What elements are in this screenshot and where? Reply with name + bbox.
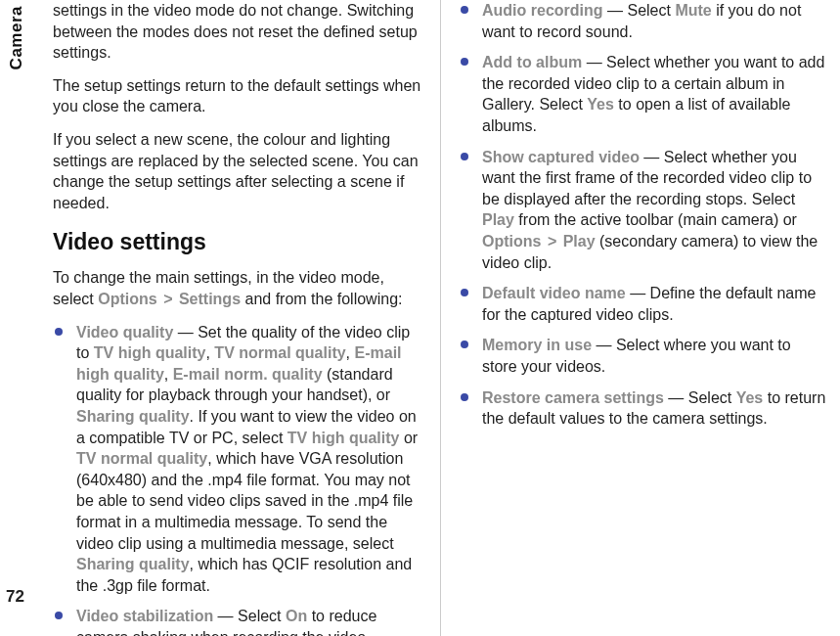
list-item: Video stabilization — Select On to reduc… xyxy=(53,606,422,636)
text: or xyxy=(399,430,418,446)
text: from the active toolbar (main camera) or xyxy=(514,211,797,228)
list-item: Show captured video — Select whether you… xyxy=(459,147,828,274)
ui-option-text: Play xyxy=(482,211,514,228)
ui-option-text: On xyxy=(286,608,307,624)
ui-option-text: Sharing quality xyxy=(76,408,190,425)
ui-option-text: TV high quality xyxy=(287,430,400,446)
breadcrumb-separator: > xyxy=(541,233,562,250)
setting-label: Restore camera settings xyxy=(482,389,664,406)
left-column: settings in the video mode do not change… xyxy=(53,0,441,636)
text: — Select xyxy=(213,608,286,624)
side-tab-label: Camera xyxy=(6,0,28,75)
ui-option-text: Yes xyxy=(736,389,764,406)
setting-label: Audio recording xyxy=(482,2,603,19)
ui-option-text: Mute xyxy=(675,2,711,19)
text: , xyxy=(346,344,355,361)
page-number: 72 xyxy=(6,586,24,609)
setting-label: Video stabilization xyxy=(76,608,213,624)
list-item: Default video name — Define the default … xyxy=(459,283,828,325)
list-item: Video quality — Set the quality of the v… xyxy=(53,322,422,597)
setting-label: Show captured video xyxy=(482,149,640,165)
ui-option-text: Settings xyxy=(179,291,241,307)
ui-option-text: TV normal quality xyxy=(214,344,345,361)
breadcrumb-separator: > xyxy=(157,291,179,307)
ui-option-text: Options xyxy=(98,291,156,307)
ui-option-text: Options xyxy=(482,233,541,250)
text: — Select xyxy=(664,389,736,406)
list-item: Add to album — Select whether you want t… xyxy=(459,52,828,136)
text: and from the following: xyxy=(241,291,402,307)
paragraph: If you select a new scene, the colour an… xyxy=(53,129,422,213)
ui-option-text: Yes xyxy=(587,96,614,113)
setting-label: Memory in use xyxy=(482,337,592,353)
page-content: settings in the video mode do not change… xyxy=(0,0,840,636)
ui-option-text: Sharing quality xyxy=(76,556,190,572)
list-item: Restore camera settings — Select Yes to … xyxy=(459,387,828,430)
paragraph: settings in the video mode do not change… xyxy=(53,0,422,64)
list-item: Audio recording — Select Mute if you do … xyxy=(459,0,828,42)
paragraph: The setup settings return to the default… xyxy=(53,75,422,117)
ui-option-text: E-mail norm. quality xyxy=(173,366,323,383)
setting-label: Default video name xyxy=(482,285,626,301)
section-heading: Video settings xyxy=(53,227,422,257)
ui-option-text: Play xyxy=(563,233,596,250)
text: — Select xyxy=(603,2,676,19)
settings-list: Video quality — Set the quality of the v… xyxy=(53,322,422,636)
ui-option-text: TV normal quality xyxy=(76,450,207,467)
list-item: Memory in use — Select where you want to… xyxy=(459,335,828,377)
settings-list: Audio recording — Select Mute if you do … xyxy=(459,0,828,430)
right-column: Audio recording — Select Mute if you do … xyxy=(441,0,828,636)
ui-option-text: TV high quality xyxy=(94,344,206,361)
setting-label: Video quality xyxy=(76,324,173,341)
setting-label: Add to album xyxy=(482,54,582,70)
text: , xyxy=(164,366,173,383)
intro-paragraph: To change the main settings, in the vide… xyxy=(53,267,422,309)
